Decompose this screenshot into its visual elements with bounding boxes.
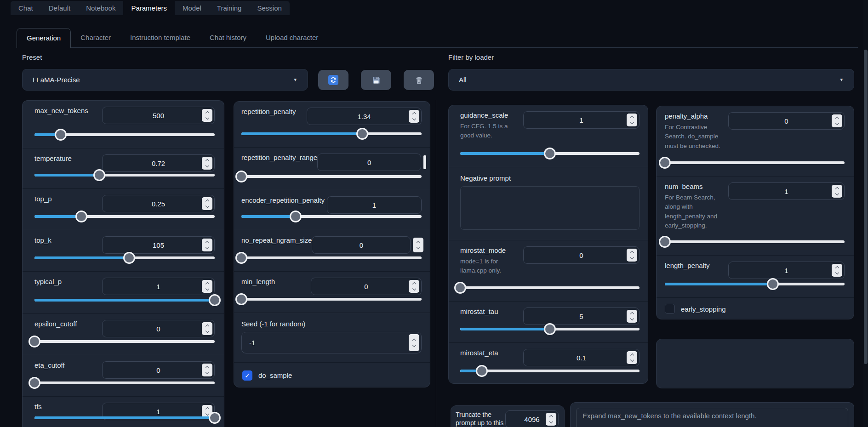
slider-track[interactable] — [460, 286, 640, 289]
slider-track[interactable] — [34, 299, 215, 302]
slider-handle[interactable] — [767, 278, 779, 290]
param-slider-encoder_repetition_penalty[interactable] — [241, 211, 422, 222]
slider-handle[interactable] — [659, 236, 671, 248]
param-number-input[interactable]: 1 — [728, 262, 845, 279]
spinner-up-down[interactable] — [409, 280, 419, 293]
spinner-up-down[interactable] — [413, 238, 423, 252]
top-tab-notebook[interactable]: Notebook — [78, 1, 123, 15]
slider-handle[interactable] — [356, 128, 368, 140]
spinner-up-down[interactable] — [202, 157, 212, 170]
slider-handle[interactable] — [235, 171, 247, 182]
slider-track[interactable] — [34, 340, 215, 343]
param-number-input[interactable]: 0 — [311, 278, 422, 295]
param-number-input[interactable]: 5 — [523, 307, 640, 325]
slider-handle[interactable] — [454, 282, 466, 294]
param-slider-penalty_alpha[interactable] — [665, 157, 845, 169]
param-slider-tfs[interactable] — [34, 412, 215, 424]
param-number-input[interactable]: 500 — [102, 107, 215, 124]
slider-handle[interactable] — [55, 129, 67, 141]
param-slider-repetition_penalty[interactable] — [241, 128, 422, 140]
top-tab-model[interactable]: Model — [175, 1, 209, 15]
param-number-input[interactable]: 105 — [102, 236, 215, 254]
loader-filter-dropdown[interactable]: All ▾ — [448, 69, 854, 91]
param-slider-min_length[interactable] — [241, 293, 422, 305]
sub-tab-chat-history[interactable]: Chat history — [200, 28, 256, 47]
slider-handle[interactable] — [209, 412, 221, 424]
param-slider-epsilon_cutoff[interactable] — [34, 336, 215, 347]
slider-track[interactable] — [34, 416, 215, 419]
trash-button[interactable] — [404, 70, 434, 90]
slider-handle[interactable] — [659, 157, 671, 169]
param-slider-temperature[interactable] — [34, 169, 215, 181]
spinner-up-down[interactable] — [409, 334, 419, 351]
param-slider-mirostat_mode[interactable] — [460, 282, 640, 294]
spinner-up-down[interactable] — [202, 197, 212, 210]
slider-handle[interactable] — [544, 323, 556, 335]
param-slider-typical_p[interactable] — [34, 294, 215, 306]
slider-handle[interactable] — [235, 252, 247, 264]
param-slider-max_new_tokens[interactable] — [34, 129, 215, 141]
param-number-input[interactable]: 1.34 — [307, 108, 422, 125]
spinner-up-down[interactable] — [202, 109, 212, 122]
spinner-up-down[interactable] — [832, 114, 842, 127]
param-number-input[interactable]: 0.1 — [523, 349, 640, 366]
slider-handle[interactable] — [93, 169, 105, 181]
param-number-input[interactable]: 0 — [523, 246, 640, 264]
param-slider-guidance_scale[interactable] — [460, 148, 640, 159]
slider-handle[interactable] — [235, 293, 247, 305]
slider-track[interactable] — [241, 132, 422, 135]
param-number-input[interactable]: 0.25 — [102, 195, 215, 212]
param-slider-length_penalty[interactable] — [665, 278, 845, 290]
top-tab-parameters[interactable]: Parameters — [123, 1, 175, 15]
slider-handle[interactable] — [544, 148, 556, 159]
spinner-up-down[interactable] — [546, 413, 556, 426]
param-number-input[interactable]: 1 — [728, 182, 845, 200]
slider-handle[interactable] — [75, 211, 87, 222]
slider-track[interactable] — [665, 240, 845, 243]
param-slider-top_k[interactable] — [34, 252, 215, 264]
spinner-up-down[interactable] — [832, 185, 842, 198]
spinner-up-down[interactable] — [627, 114, 637, 126]
param-number-input[interactable]: 1 — [523, 111, 640, 129]
spinner-up-down[interactable] — [202, 280, 212, 293]
slider-track[interactable] — [665, 283, 845, 285]
param-slider-eta_cutoff[interactable] — [34, 377, 215, 389]
param-slider-no_repeat_ngram_size[interactable] — [241, 252, 422, 264]
spinner-up-down[interactable] — [832, 264, 842, 277]
slider-handle[interactable] — [29, 377, 40, 389]
slider-handle[interactable] — [476, 365, 488, 377]
top-tab-session[interactable]: Session — [249, 1, 289, 15]
spinner-up-down[interactable] — [627, 351, 637, 364]
spinner-up-down[interactable] — [627, 310, 637, 323]
seed-input[interactable]: -1 — [241, 332, 422, 353]
checkbox-checked-icon[interactable]: ✓ — [242, 370, 252, 381]
slider-handle[interactable] — [29, 336, 40, 347]
param-slider-mirostat_tau[interactable] — [460, 323, 640, 335]
early-stopping-checkbox[interactable]: early_stopping — [665, 298, 845, 319]
slider-track[interactable] — [34, 215, 215, 218]
param-number-input[interactable]: 1 — [102, 278, 215, 295]
slider-track[interactable] — [34, 174, 215, 176]
top-tab-chat[interactable]: Chat — [11, 1, 41, 15]
spinner-up-down[interactable] — [627, 249, 637, 262]
param-slider-num_beams[interactable] — [665, 236, 845, 248]
slider-handle[interactable] — [290, 211, 302, 222]
do-sample-checkbox[interactable]: ✓do_sample — [242, 363, 422, 387]
truncate-number-input[interactable]: 4096 — [505, 410, 559, 427]
slider-track[interactable] — [34, 381, 215, 384]
sub-tab-upload-character[interactable]: Upload character — [256, 28, 328, 47]
spinner-up-down[interactable] — [202, 239, 212, 251]
refresh-button[interactable] — [318, 70, 348, 90]
spinner-up-down[interactable] — [202, 364, 212, 376]
slider-track[interactable] — [241, 256, 422, 259]
slider-track[interactable] — [241, 215, 422, 218]
slider-handle[interactable] — [209, 294, 221, 306]
sub-tab-character[interactable]: Character — [71, 28, 120, 47]
sub-tab-generation[interactable]: Generation — [17, 28, 71, 48]
param-number-input[interactable]: 0 — [102, 320, 215, 337]
param-slider-repetition_penalty_range[interactable] — [241, 171, 422, 182]
clipped-spinner[interactable] — [423, 155, 426, 169]
param-slider-mirostat_eta[interactable] — [460, 365, 640, 377]
slider-track[interactable] — [241, 298, 422, 301]
scrollbar-thumb[interactable] — [864, 50, 868, 364]
